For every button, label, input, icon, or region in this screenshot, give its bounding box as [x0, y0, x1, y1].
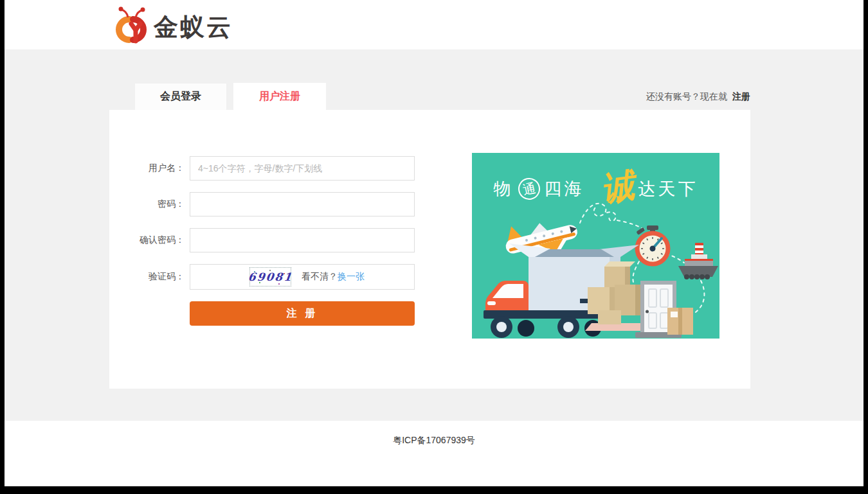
captcha-noise	[278, 283, 280, 285]
page: 金蚁云 会员登录 用户注册 还没有账号？现在就 注册 用户名： 密码：	[5, 0, 863, 486]
logo-link[interactable]: 金蚁云	[106, 4, 233, 46]
captcha-hint: 看不清？	[302, 271, 338, 283]
promo-banner: 物 通 四海 诚 达天下	[472, 153, 719, 339]
tab-user-register[interactable]: 用户注册	[233, 83, 326, 110]
confirm-password-label: 确认密码：	[109, 234, 185, 246]
signup-prompt: 还没有账号？现在就 注册	[646, 83, 750, 110]
parcel-icon	[667, 308, 693, 335]
captcha-refresh-link[interactable]: 换一张	[338, 271, 365, 283]
captcha-field: 69081 看不清？ 换一张	[190, 264, 415, 290]
tab-member-login[interactable]: 会员登录	[134, 83, 227, 110]
signup-prompt-text: 还没有账号？现在就	[646, 91, 727, 101]
captcha-noise	[284, 273, 285, 274]
icp-record-number: 粤ICP备17067939号	[393, 435, 475, 446]
captcha-code: 69081	[248, 270, 293, 283]
username-input[interactable]	[190, 156, 415, 181]
captcha-noise	[254, 271, 255, 272]
captcha-row: 验证码： 69081 看不清？ 换一张	[109, 264, 431, 290]
logistics-illustration	[472, 191, 719, 339]
captcha-label: 验证码：	[109, 271, 185, 283]
auth-tabs: 会员登录 用户注册	[134, 83, 326, 110]
footer: 粤ICP备17067939号	[5, 421, 863, 486]
captcha-input[interactable]	[190, 265, 249, 288]
logo-text: 金蚁云	[154, 11, 233, 39]
register-button[interactable]: 注 册	[190, 301, 415, 326]
captcha-image[interactable]: 69081	[249, 267, 291, 287]
ship-icon	[678, 243, 718, 279]
ant-logo-icon	[106, 4, 147, 46]
password-label: 密码：	[109, 198, 185, 210]
username-row: 用户名：	[109, 156, 431, 181]
password-input[interactable]	[190, 192, 415, 216]
signup-now-link[interactable]: 注册	[732, 91, 750, 101]
captcha-noise	[259, 282, 260, 283]
confirm-password-row: 确认密码：	[109, 228, 431, 252]
register-card: 用户名： 密码： 确认密码： 验证码： 69081	[109, 110, 750, 389]
confirm-password-input[interactable]	[190, 228, 415, 252]
main-area: 会员登录 用户注册 还没有账号？现在就 注册 用户名： 密码： 确认密码：	[5, 49, 863, 421]
captcha-noise	[269, 270, 271, 271]
password-row: 密码：	[109, 192, 431, 216]
stopwatch-icon	[636, 225, 668, 264]
header: 金蚁云	[5, 0, 863, 49]
username-label: 用户名：	[109, 163, 185, 174]
register-form: 用户名： 密码： 确认密码： 验证码： 69081	[109, 156, 431, 326]
